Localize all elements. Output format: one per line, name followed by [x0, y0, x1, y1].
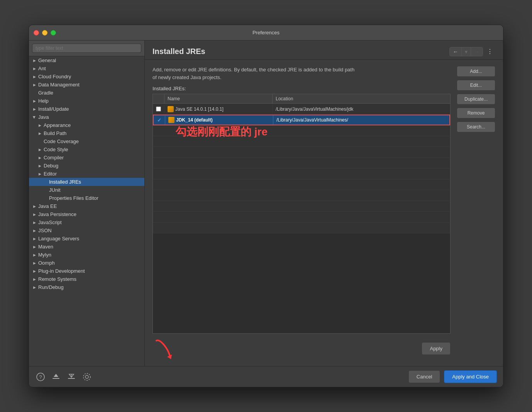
sidebar-item-remote-systems[interactable]: ▶ Remote Systems	[29, 275, 144, 283]
nav-back-forward: ← ▾ →	[449, 47, 483, 56]
sidebar-item-debug[interactable]: ▶ Debug	[29, 162, 144, 170]
sidebar-item-javascript[interactable]: ▶ JavaScript	[29, 218, 144, 226]
sidebar-item-cloud-foundry[interactable]: ▶ Cloud Foundry	[29, 73, 144, 81]
sidebar-item-code-style[interactable]: ▶ Code Style	[29, 145, 144, 154]
sidebar-item-install-update[interactable]: ▶ Install/Update	[29, 105, 144, 113]
sidebar-item-gradle[interactable]: ▶ Gradle	[29, 89, 144, 97]
table-row-empty	[153, 169, 450, 179]
window-title: Preferences	[252, 30, 280, 35]
table-row-selected[interactable]: ✓ JDK_14 (default) /Library/Java/JavaVir…	[153, 115, 450, 125]
sidebar-item-label: Maven	[38, 244, 141, 250]
sidebar-item-editor[interactable]: ▶ Editor	[29, 170, 144, 178]
export-icon[interactable]	[66, 371, 77, 382]
maximize-button[interactable]	[51, 30, 56, 35]
sidebar-item-oomph[interactable]: ▶ Oomph	[29, 259, 144, 267]
row-checkbox[interactable]: ✓	[154, 116, 165, 125]
more-options-button[interactable]: ⋮	[485, 47, 495, 56]
sidebar-item-java[interactable]: ▶ Java	[29, 113, 144, 121]
installed-jres-label: Installed JREs:	[152, 86, 451, 91]
sidebar-item-label: Cloud Foundry	[38, 74, 141, 79]
sidebar-item-label: Plug-in Development	[38, 268, 141, 274]
expand-arrow: ▶	[37, 147, 42, 152]
edit-button[interactable]: Edit...	[457, 80, 495, 91]
table-row-empty	[153, 125, 450, 136]
sidebar-item-build-path[interactable]: ▶ Build Path	[29, 129, 144, 137]
sidebar-item-json[interactable]: ▶ JSON	[29, 226, 144, 235]
sidebar-item-mylyn[interactable]: ▶ Mylyn	[29, 251, 144, 259]
table-row-empty	[153, 201, 450, 212]
expand-arrow: ▶	[37, 123, 42, 128]
sidebar-item-plug-in-development[interactable]: ▶ Plug-in Development	[29, 267, 144, 275]
row-check-input[interactable]	[156, 106, 161, 111]
sidebar-item-general[interactable]: ▶ General	[29, 56, 144, 64]
apply-button[interactable]: Apply	[422, 342, 451, 355]
row-location-selected: /Library/Java/JavaVirtualMachines/	[273, 116, 449, 124]
right-panel: Installed JREs ← ▾ → ⋮ Add, remove or ed…	[145, 41, 503, 366]
sidebar-item-label: Properties Files Editor	[49, 195, 141, 201]
expand-arrow: ▶	[37, 155, 42, 160]
expand-arrow: ▶	[32, 212, 37, 217]
sidebar-item-java-persistence[interactable]: ▶ Java Persistence	[29, 210, 144, 218]
remove-button[interactable]: Remove	[457, 108, 495, 118]
panel-buttons: Add... Edit... Duplicate... Remove Searc…	[457, 66, 495, 360]
expand-arrow: ▶	[32, 253, 37, 257]
nav-forward-button: →	[471, 47, 483, 56]
sidebar-item-appearance[interactable]: ▶ Appearance	[29, 121, 144, 129]
sidebar-item-label: JUnit	[49, 187, 141, 193]
search-button[interactable]: Search...	[457, 122, 495, 132]
close-button[interactable]	[34, 30, 39, 35]
sidebar-item-compiler[interactable]: ▶ Compiler	[29, 154, 144, 162]
filter-input[interactable]	[32, 44, 141, 53]
apply-and-close-button[interactable]: Apply and Close	[444, 370, 497, 383]
import-arrow-icon	[52, 373, 60, 381]
sidebar-item-ant[interactable]: ▶ Ant	[29, 64, 144, 73]
panel-body: Add, remove or edit JRE definitions. By …	[145, 60, 503, 366]
nav-back-button[interactable]: ←	[450, 47, 461, 56]
add-button[interactable]: Add...	[457, 66, 495, 77]
sidebar-item-label: Installed JREs	[49, 179, 141, 185]
expand-arrow: ▶	[32, 277, 37, 282]
row-name-text: Java SE 14.0.1 [14.0.1]	[175, 106, 224, 112]
sidebar-item-installed-jres[interactable]: ▶ Installed JREs	[29, 178, 144, 186]
duplicate-button[interactable]: Duplicate...	[457, 94, 495, 105]
sidebar-item-code-coverage[interactable]: ▶ Code Coverage	[29, 137, 144, 145]
table-row-empty	[153, 147, 450, 158]
row-checkbox[interactable]	[153, 105, 164, 113]
sidebar-item-run-debug[interactable]: ▶ Run/Debug	[29, 283, 144, 291]
sidebar-item-label: Oomph	[38, 260, 141, 266]
sidebar-item-label: Data Management	[38, 82, 141, 88]
help-icon[interactable]: ?	[35, 371, 46, 382]
jre-table: Name Location Java SE 14.0.1 [14	[152, 94, 451, 334]
sidebar-item-label: Editor	[44, 171, 141, 177]
svg-point-8	[85, 375, 88, 378]
expand-arrow: ▶	[32, 269, 37, 274]
sidebar-item-help[interactable]: ▶ Help	[29, 97, 144, 105]
sidebar-item-java-ee[interactable]: ▶ Java EE	[29, 202, 144, 210]
row-name-selected: JDK_14 (default)	[165, 115, 273, 125]
main-content: ▶ General ▶ Ant ▶ Cloud Foundry ▶ Data M…	[29, 41, 503, 366]
expand-arrow: ▶	[37, 131, 42, 136]
sidebar-item-data-management[interactable]: ▶ Data Management	[29, 81, 144, 89]
sidebar: ▶ General ▶ Ant ▶ Cloud Foundry ▶ Data M…	[29, 41, 145, 366]
nav-back-dropdown[interactable]: ▾	[461, 47, 471, 56]
sidebar-item-language-servers[interactable]: ▶ Language Servers	[29, 235, 144, 243]
import-icon[interactable]	[51, 371, 61, 382]
panel-header: Installed JREs ← ▾ → ⋮	[145, 41, 503, 60]
jre-icon	[168, 117, 175, 123]
expand-arrow: ▶	[32, 245, 37, 249]
table-row[interactable]: Java SE 14.0.1 [14.0.1] /Library/Java/Ja…	[153, 104, 450, 115]
preferences-link-icon[interactable]	[81, 371, 92, 382]
table-row-empty	[153, 223, 450, 233]
minimize-button[interactable]	[42, 30, 47, 35]
sidebar-item-properties-files-editor[interactable]: ▶ Properties Files Editor	[29, 194, 144, 202]
row-name-text: JDK_14 (default)	[176, 117, 213, 123]
cancel-button[interactable]: Cancel	[408, 370, 440, 383]
table-row-empty	[153, 136, 450, 147]
sidebar-item-label: JavaScript	[38, 220, 141, 225]
sidebar-item-label: Run/Debug	[38, 284, 141, 290]
sidebar-item-maven[interactable]: ▶ Maven	[29, 243, 144, 251]
sidebar-item-label: Language Servers	[38, 236, 141, 241]
apply-section: Apply	[152, 334, 451, 360]
expand-arrow: ▶	[32, 66, 37, 71]
sidebar-item-junit[interactable]: ▶ JUnit	[29, 186, 144, 194]
